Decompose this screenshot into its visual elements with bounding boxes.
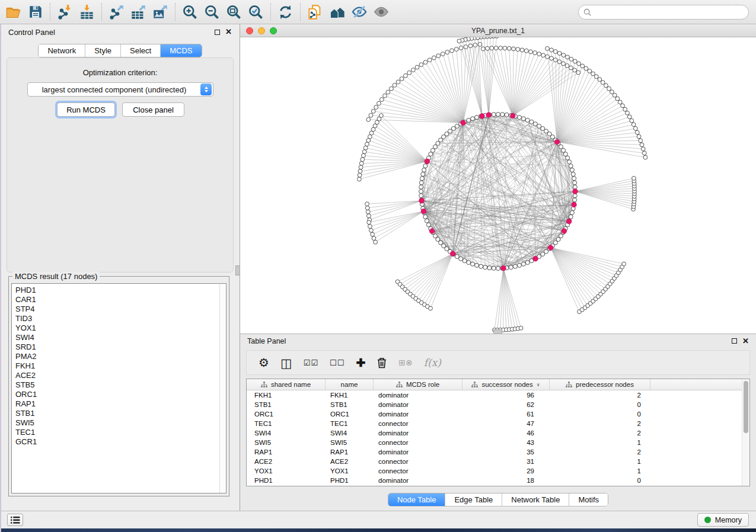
mcds-result-item[interactable]: PHD1	[15, 286, 226, 295]
memory-status-dot	[704, 517, 711, 523]
column-header-name[interactable]: name	[326, 379, 374, 390]
table-row[interactable]: STB1STB1dominator620	[247, 400, 749, 409]
refresh-view-button[interactable]	[275, 1, 296, 23]
desktop-wallpaper-strip	[0, 528, 756, 532]
tab-network-table[interactable]: Network Table	[502, 493, 569, 506]
duplicate-network-button[interactable]	[304, 1, 326, 23]
result-list-scrollbar[interactable]	[219, 284, 226, 493]
tab-edge-table[interactable]: Edge Table	[445, 493, 502, 506]
table-toolbar: ⚙ ◫ ☑☑ ☐☐ ✚ ⊞⊗ f(x)	[246, 350, 750, 375]
zoom-fit-button[interactable]	[223, 1, 245, 23]
table-cell: FKH1	[326, 392, 374, 399]
zoom-selected-button[interactable]	[245, 1, 267, 23]
column-header-predecessor-nodes[interactable]: predecessor nodes	[550, 379, 650, 390]
duplicate-network-icon	[307, 4, 323, 20]
table-cell: TEC1	[247, 420, 326, 427]
mcds-result-item[interactable]: STB1	[15, 409, 226, 418]
tab-network[interactable]: Network	[39, 44, 85, 57]
network-canvas[interactable]	[240, 37, 756, 334]
hide-selected-button[interactable]	[348, 1, 370, 23]
select-all-rows-icon[interactable]: ☑☑	[304, 359, 318, 367]
table-cell: 31	[462, 458, 550, 465]
column-label: MCDS role	[406, 381, 439, 388]
tab-motifs[interactable]: Motifs	[569, 493, 608, 506]
table-options-gear-icon[interactable]: ⚙	[259, 357, 269, 368]
zoom-in-button[interactable]	[179, 1, 201, 23]
mcds-result-item[interactable]: CAR1	[15, 295, 226, 305]
toggle-column-panel-icon[interactable]: ◫	[280, 357, 292, 369]
mcds-result-item[interactable]: TID3	[15, 314, 226, 323]
memory-button[interactable]: Memory	[697, 513, 749, 527]
zoom-out-button[interactable]	[201, 1, 223, 23]
export-image-button[interactable]	[149, 1, 171, 23]
first-neighbors-button[interactable]	[326, 1, 348, 23]
table-row[interactable]: SWI4SWI4dominator462	[247, 428, 749, 438]
cytoscape-app-window: Control Panel ✕ NetworkStyleSelectMCDS O…	[0, 0, 756, 532]
task-history-button[interactable]	[7, 514, 23, 526]
mcds-result-item[interactable]: STP4	[15, 305, 226, 314]
table-row[interactable]: YOX1YOX1connector291	[247, 466, 749, 476]
run-mcds-button[interactable]: Run MCDS	[57, 102, 115, 117]
mcds-result-item[interactable]: PMA2	[15, 352, 226, 361]
criterion-dropdown[interactable]: largest connected component (undirected)	[27, 82, 213, 97]
table-scrollbar[interactable]	[742, 379, 749, 486]
tab-select[interactable]: Select	[120, 44, 160, 57]
close-panel-icon[interactable]: ✕	[225, 29, 232, 35]
close-panel-button[interactable]: Close panel	[122, 102, 184, 117]
table-row[interactable]: SWI5SWI5connector431	[247, 438, 749, 447]
mcds-result-item[interactable]: SWI4	[15, 333, 226, 342]
mcds-result-item[interactable]: FKH1	[15, 361, 226, 371]
tab-style[interactable]: Style	[85, 44, 120, 57]
open-file-button[interactable]	[2, 1, 24, 23]
toolbar-separator	[300, 3, 301, 21]
export-table-button[interactable]	[127, 1, 149, 23]
table-row[interactable]: TEC1TEC1connector472	[247, 419, 749, 428]
maximize-window-light[interactable]	[270, 27, 277, 34]
mcds-result-item[interactable]: SWI5	[15, 418, 226, 428]
network-graph	[240, 37, 756, 334]
close-table-panel-icon[interactable]: ✕	[742, 338, 749, 344]
import-network-button[interactable]	[54, 1, 76, 23]
table-row[interactable]: ACE2ACE2connector311	[247, 457, 749, 466]
column-header-successor-nodes[interactable]: successor nodes∨	[462, 379, 550, 390]
table-cell: STB1	[247, 401, 326, 408]
mcds-result-item[interactable]: RAP1	[15, 399, 226, 409]
mcds-result-item[interactable]: ORC1	[15, 390, 226, 399]
float-table-panel-icon[interactable]	[732, 338, 737, 344]
mcds-result-item[interactable]: SRD1	[15, 342, 226, 352]
delete-column-trash-icon[interactable]	[377, 357, 387, 368]
search-input[interactable]	[595, 7, 744, 17]
export-network-button[interactable]	[106, 1, 127, 23]
deselect-all-rows-icon[interactable]: ☐☐	[330, 359, 344, 367]
show-all-button[interactable]	[370, 1, 392, 23]
vertical-splitter-handle[interactable]	[235, 265, 240, 275]
table-row[interactable]: ORC1ORC1dominator610	[247, 409, 749, 419]
search-field[interactable]	[578, 5, 749, 20]
horizontal-splitter-handle[interactable]	[493, 329, 502, 334]
mcds-result-item[interactable]: GCR1	[15, 437, 226, 447]
toolbar-separator	[50, 3, 50, 21]
save-session-button[interactable]	[24, 1, 46, 23]
minimize-window-light[interactable]	[258, 27, 265, 34]
close-window-light[interactable]	[246, 27, 253, 34]
column-header-MCDS-role[interactable]: MCDS role	[374, 379, 462, 390]
table-panel-title: Table Panel	[247, 337, 286, 345]
float-panel-icon[interactable]	[215, 30, 220, 35]
mcds-result-item[interactable]: STB5	[15, 380, 226, 390]
table-row[interactable]: PHD1PHD1dominator180	[247, 476, 749, 485]
mcds-result-item[interactable]: TEC1	[15, 428, 226, 437]
table-cell: 1	[550, 458, 650, 465]
table-row[interactable]: FKH1FKH1dominator962	[247, 390, 749, 400]
table-cell: ACE2	[247, 458, 326, 465]
tab-node-table[interactable]: Node Table	[388, 493, 445, 506]
save-floppy-icon	[28, 4, 43, 20]
add-column-icon[interactable]: ✚	[356, 357, 365, 368]
table-row[interactable]: RAP1RAP1dominator352	[247, 447, 749, 457]
table-scrollbar-thumb[interactable]	[744, 381, 748, 433]
mcds-result-item[interactable]: ACE2	[15, 371, 226, 380]
import-table-button[interactable]	[76, 1, 98, 23]
column-header-shared-name[interactable]: shared name	[247, 379, 326, 390]
mcds-result-item[interactable]: YOX1	[15, 323, 226, 333]
tab-mcds[interactable]: MCDS	[160, 44, 201, 57]
table-cell: dominator	[374, 411, 462, 418]
